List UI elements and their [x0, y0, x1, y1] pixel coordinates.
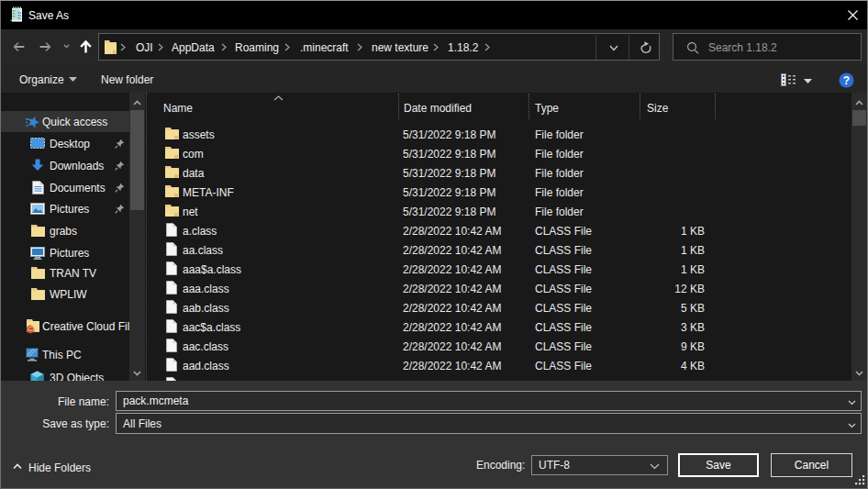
svg-text:?: ?: [843, 74, 850, 87]
